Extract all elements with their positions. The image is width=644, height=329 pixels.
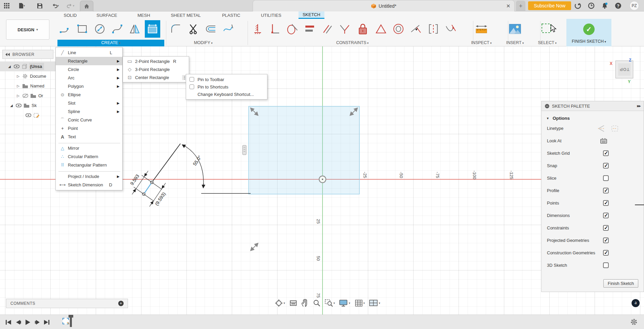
symmetry-triangle-constraint-icon[interactable] — [374, 20, 388, 38]
rect-edge-handle[interactable] — [243, 145, 246, 155]
ribbon-tab[interactable]: SOLID — [59, 11, 81, 19]
create-menu-item[interactable]: Conic Curve ▶ — [56, 116, 122, 124]
app-grid-menu-icon[interactable] — [3, 2, 11, 10]
design-workspace-selector[interactable]: DESIGN▾ — [6, 20, 49, 40]
palette-checkbox[interactable] — [603, 163, 609, 169]
curvature-constraint-icon[interactable] — [443, 20, 458, 38]
palette-checkbox[interactable] — [603, 237, 609, 243]
two-point-rectangle-tool-icon-active[interactable] — [145, 20, 160, 38]
centerline-linetype-icon[interactable] — [611, 125, 619, 132]
create-menu-item[interactable]: Mirror ▶ — [56, 144, 122, 152]
display-settings-icon[interactable]: ▾ — [339, 299, 350, 307]
undo-icon[interactable]: ▾ — [49, 2, 61, 10]
finish-sketch-button[interactable]: ✓ FINISH SKETCH — [566, 19, 611, 46]
rectangle-tool-icon[interactable] — [75, 20, 90, 38]
flyout-checkbox[interactable] — [189, 84, 194, 89]
timeline-skip-to-end-button[interactable] — [42, 318, 51, 326]
ribbon-tab[interactable]: SURFACE — [92, 11, 121, 19]
palette-checkbox[interactable] — [603, 213, 609, 218]
create-menu-item[interactable]: Point ▶ — [56, 124, 122, 133]
help-icon[interactable]: ? — [614, 2, 622, 10]
save-icon[interactable] — [36, 2, 44, 10]
insert-group-label[interactable]: INSERT — [506, 40, 524, 45]
ribbon-tab[interactable]: SKETCH — [299, 11, 325, 19]
assistant-icon[interactable]: a — [632, 299, 640, 307]
palette-checkbox[interactable] — [603, 150, 609, 156]
new-document-tab-button[interactable]: + — [516, 1, 525, 11]
rectangle-submenu-item[interactable]: 2-Point Rectangle R ⋮ — [123, 57, 189, 65]
select-group-label[interactable]: SELECT — [538, 40, 557, 45]
document-tab[interactable]: Untitled* ✕ — [253, 0, 515, 11]
circle-tool-icon[interactable] — [92, 20, 108, 38]
lock-constraint-icon[interactable] — [355, 20, 371, 38]
notifications-bell-icon[interactable] — [601, 2, 609, 10]
zoom-window-icon[interactable]: ▾ — [325, 299, 335, 307]
visibility-off-eye-icon[interactable] — [23, 94, 28, 98]
timeline-play-button[interactable] — [24, 318, 32, 326]
selection-rectangle[interactable] — [249, 106, 359, 194]
ribbon-tab[interactable]: MESH — [133, 11, 154, 19]
sketch-line-long[interactable] — [152, 144, 180, 182]
angular-dimension-value[interactable]: 55.0° — [192, 154, 203, 167]
palette-checkbox[interactable] — [603, 175, 609, 181]
modify-group-label[interactable]: MODIFY — [194, 40, 213, 45]
palette-collapse-icon[interactable]: ▶▶ — [637, 104, 640, 108]
palette-checkbox[interactable] — [603, 262, 609, 268]
flyout-item[interactable]: Pin to Toolbar — [186, 76, 267, 83]
create-menu-item[interactable]: Line L ▶ — [56, 48, 122, 57]
create-group-label[interactable]: CREATE — [101, 40, 121, 45]
visibility-eye-icon[interactable] — [26, 113, 31, 117]
inspect-group-label[interactable]: INSPECT — [471, 40, 491, 45]
comments-bar[interactable]: COMMENTS + — [6, 299, 128, 308]
view-cube-face[interactable]: TOP — [618, 63, 631, 76]
create-menu-item[interactable]: Polygon ▶ — [56, 82, 122, 90]
symmetry-constraint-icon[interactable] — [426, 20, 441, 38]
sketch-line-selected[interactable] — [144, 182, 152, 194]
flyout-item[interactable]: Change Keyboard Shortcut... — [186, 90, 267, 98]
create-menu-item[interactable]: Project / Include ▶ — [56, 172, 122, 181]
spline-tool-icon[interactable] — [110, 20, 125, 38]
create-menu-item[interactable]: Rectangular Pattern ▶ — [56, 161, 122, 169]
orbit-icon[interactable]: ▾ — [275, 299, 285, 307]
insert-image-tool-icon[interactable] — [507, 20, 523, 38]
palette-checkbox[interactable] — [603, 188, 609, 193]
angular-dimension-arc[interactable] — [182, 145, 204, 187]
home-tab[interactable] — [80, 1, 93, 11]
create-menu-item[interactable]: ▶ — [56, 141, 122, 144]
line-tool-icon[interactable] — [57, 20, 73, 38]
extensions-icon[interactable] — [574, 2, 582, 10]
flyout-checkbox[interactable] — [189, 77, 194, 82]
offset-tool-icon[interactable] — [203, 20, 219, 38]
equal-constraint-icon[interactable] — [302, 20, 317, 38]
midpoint-constraint-icon[interactable] — [409, 20, 423, 38]
viewports-icon[interactable]: ▾ — [369, 299, 380, 307]
ribbon-tab[interactable]: PLASTIC — [218, 11, 244, 19]
timeline-step-back-button[interactable] — [14, 318, 23, 326]
look-at-face-icon[interactable] — [290, 299, 297, 307]
grid-display-icon[interactable]: ▾ — [355, 299, 365, 307]
parallel-constraint-icon[interactable] — [320, 20, 335, 38]
tangent-constraint-icon[interactable] — [285, 20, 300, 38]
ribbon-tab[interactable]: SHEET METAL — [167, 11, 205, 19]
create-menu-item[interactable]: Circular Pattern ▶ — [56, 152, 122, 161]
create-menu-item[interactable]: Circle ▶ — [56, 65, 122, 74]
add-comment-icon[interactable]: + — [118, 301, 124, 306]
zoom-icon[interactable] — [313, 299, 320, 307]
create-menu-item[interactable]: Ellipse ▶ — [56, 90, 122, 99]
concentric-constraint-icon[interactable] — [391, 20, 406, 38]
create-menu-item[interactable]: Rectangle ▶ — [56, 57, 122, 65]
rectangle-submenu-item[interactable]: 3-Point Rectangle ⋮ — [123, 65, 189, 73]
flyout-item[interactable]: Pin to Shortcuts — [186, 83, 267, 90]
constraints-group-label[interactable]: CONSTRAINTS — [336, 40, 369, 45]
visibility-eye-icon[interactable] — [16, 104, 22, 107]
palette-options-section[interactable]: ▼ Options — [542, 111, 644, 122]
redo-icon[interactable]: ▾ — [65, 2, 77, 10]
create-menu-item[interactable]: Spline ▶ — [56, 107, 122, 116]
create-menu-item[interactable]: Arc ▶ — [56, 74, 122, 82]
reference-dimension-value[interactable]: (9.593) — [154, 191, 167, 207]
file-menu-icon[interactable]: ▾ — [16, 2, 28, 10]
mirror-tool-icon[interactable] — [127, 20, 143, 38]
rectangle-submenu-item[interactable]: Center Rectangle ⋮ — [123, 73, 189, 81]
palette-checkbox[interactable] — [603, 225, 609, 231]
horizontal-vertical-constraint-icon[interactable] — [267, 20, 282, 38]
